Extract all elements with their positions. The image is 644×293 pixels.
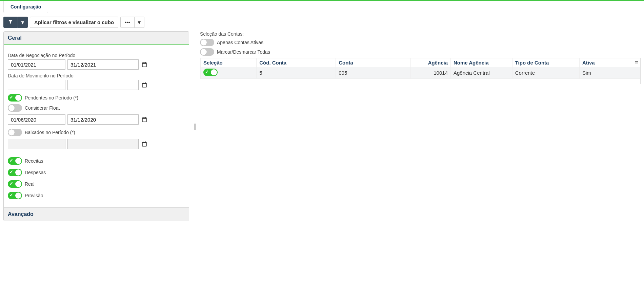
cell-cod: 5 bbox=[257, 67, 336, 79]
calendar-icon[interactable] bbox=[141, 61, 148, 68]
baixados-from-input bbox=[8, 139, 65, 149]
filter-split-button: ▾ bbox=[3, 17, 28, 28]
splitter-handle[interactable]: ‖ bbox=[193, 31, 196, 221]
despesas-switch[interactable]: ✓ bbox=[8, 169, 22, 176]
col-tipo[interactable]: Tipo de Conta bbox=[512, 58, 579, 67]
table-row[interactable]: ✓500510014Agência CentralCorrenteSim bbox=[201, 67, 640, 79]
receitas-label: Receitas bbox=[25, 158, 43, 164]
main-area: Geral Data de Negociação no Período Data… bbox=[0, 31, 644, 224]
only-active-label: Apenas Contas Ativas bbox=[217, 40, 263, 45]
more-caret[interactable]: ▾ bbox=[135, 17, 144, 28]
cell-tipo: Corrente bbox=[512, 67, 579, 79]
baixados-switch[interactable] bbox=[8, 129, 22, 136]
pending-from-input[interactable] bbox=[8, 114, 65, 125]
baixados-label: Baixados no Período (*) bbox=[25, 130, 75, 135]
section-advanced-header[interactable]: Avançado bbox=[4, 207, 189, 221]
check-all-switch[interactable] bbox=[200, 48, 214, 56]
cell-nomeag: Agência Central bbox=[450, 67, 512, 79]
real-switch[interactable]: ✓ bbox=[8, 180, 22, 188]
filter-caret[interactable]: ▾ bbox=[18, 17, 28, 28]
more-button[interactable]: ••• bbox=[120, 17, 135, 28]
col-agencia[interactable]: Agência bbox=[410, 58, 450, 67]
pending-to-input[interactable] bbox=[67, 114, 139, 125]
toolbar: ▾ Aplicar filtros e visualizar o cubo ••… bbox=[0, 13, 644, 31]
negotiation-label: Data de Negociação no Período bbox=[8, 53, 185, 58]
movement-from-input[interactable] bbox=[8, 80, 65, 90]
accounts-grid: ≡ Seleção Cód. Conta Conta Agência Nome … bbox=[200, 58, 641, 84]
movement-label: Data de Movimento no Período bbox=[8, 73, 185, 78]
grid-menu-icon[interactable]: ≡ bbox=[634, 59, 639, 67]
pending-switch[interactable]: ✓ bbox=[8, 94, 22, 102]
negotiation-from-input[interactable] bbox=[8, 59, 65, 70]
col-ativa[interactable]: Ativa bbox=[579, 58, 640, 67]
cell-ativa: Sim bbox=[579, 67, 640, 79]
cell-conta: 005 bbox=[336, 67, 410, 79]
right-panel: Seleção das Contas: Apenas Contas Ativas… bbox=[200, 31, 641, 221]
cell-ag: 10014 bbox=[410, 67, 450, 79]
provisao-label: Provisão bbox=[25, 193, 43, 198]
left-panel: Geral Data de Negociação no Período Data… bbox=[3, 31, 189, 221]
only-active-switch[interactable] bbox=[200, 39, 214, 46]
section-general-header[interactable]: Geral bbox=[4, 32, 189, 45]
row-selection-cell: ✓ bbox=[201, 67, 257, 79]
baixados-to-input bbox=[67, 139, 139, 149]
more-split-button: ••• ▾ bbox=[120, 17, 144, 28]
funnel-icon bbox=[8, 20, 13, 25]
float-switch[interactable] bbox=[8, 104, 22, 112]
real-label: Real bbox=[25, 181, 35, 187]
movement-to-input[interactable] bbox=[67, 80, 139, 90]
col-nomeag[interactable]: Nome Agência bbox=[450, 58, 512, 67]
calendar-icon[interactable] bbox=[141, 116, 148, 123]
apply-filters-button[interactable]: Aplicar filtros e visualizar o cubo bbox=[30, 17, 118, 28]
accounts-title: Seleção das Contas: bbox=[200, 31, 641, 37]
tabs-bar: Configuração bbox=[0, 0, 644, 13]
calendar-icon[interactable] bbox=[141, 81, 148, 89]
col-cod[interactable]: Cód. Conta bbox=[257, 58, 336, 67]
float-label: Considerar Float bbox=[25, 105, 60, 111]
tab-configuracao[interactable]: Configuração bbox=[3, 1, 48, 13]
receitas-switch[interactable]: ✓ bbox=[8, 157, 22, 165]
row-selection-switch[interactable]: ✓ bbox=[203, 69, 218, 76]
col-conta[interactable]: Conta bbox=[336, 58, 410, 67]
despesas-label: Despesas bbox=[25, 170, 46, 175]
section-general-body: Data de Negociação no Período Data de Mo… bbox=[4, 45, 189, 207]
pending-label: Pendentes no Período (*) bbox=[25, 95, 78, 100]
provisao-switch[interactable]: ✓ bbox=[8, 192, 22, 199]
calendar-icon[interactable] bbox=[141, 140, 148, 148]
check-all-label: Marcar/Desmarcar Todas bbox=[217, 49, 270, 55]
filter-button[interactable] bbox=[3, 17, 18, 28]
horizontal-scrollbar[interactable] bbox=[200, 79, 640, 84]
negotiation-to-input[interactable] bbox=[67, 59, 139, 70]
col-selecao[interactable]: Seleção bbox=[201, 58, 257, 67]
